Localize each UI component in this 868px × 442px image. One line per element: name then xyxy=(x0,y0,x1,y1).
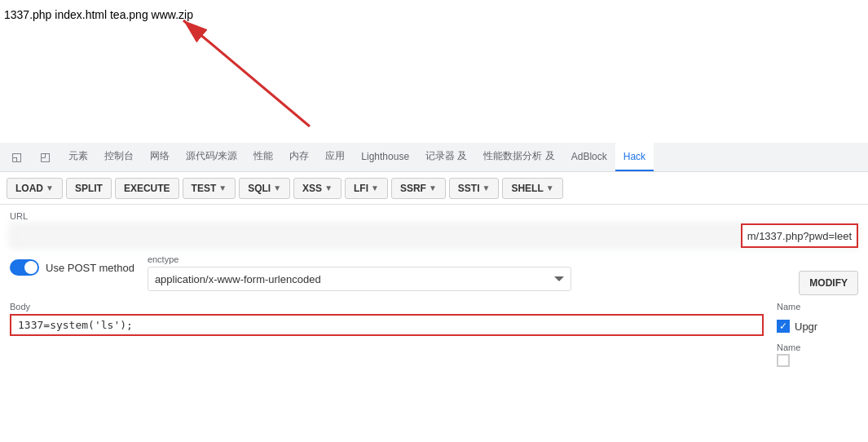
tab-hackbar[interactable]: Hack xyxy=(615,143,654,171)
lfi-dropdown-arrow: ▼ xyxy=(371,183,379,192)
tab-network[interactable]: 网络 xyxy=(142,143,178,171)
annotation-text: 1337.php index.html tea.png www.zip xyxy=(4,8,193,21)
load-dropdown-arrow: ▼ xyxy=(46,183,54,192)
devtools-tab-bar: ◱ ◰ 元素 控制台 网络 源代码/来源 性能 内存 应用 Lighthouse… xyxy=(0,143,868,172)
test-button[interactable]: TEST ▼ xyxy=(183,178,236,199)
name-text-1: Upgr xyxy=(795,320,817,333)
ssti-button[interactable]: SSTI ▼ xyxy=(449,178,500,199)
body-input[interactable]: 1337=system('ls'); xyxy=(10,314,764,336)
shell-dropdown-arrow: ▼ xyxy=(546,183,554,192)
tab-performance[interactable]: 性能 xyxy=(245,143,281,171)
tab-application[interactable]: 应用 xyxy=(317,143,353,171)
shell-button[interactable]: SHELL ▼ xyxy=(502,178,562,199)
arrow-annotation xyxy=(0,0,868,143)
ssrf-dropdown-arrow: ▼ xyxy=(429,183,437,192)
enctype-select[interactable]: application/x-www-form-urlencoded multip… xyxy=(148,267,571,291)
sqli-dropdown-arrow: ▼ xyxy=(273,183,281,192)
hackbar-toolbar: LOAD ▼ SPLIT EXECUTE TEST ▼ SQLI ▼ XSS ▼… xyxy=(0,172,868,205)
xss-dropdown-arrow: ▼ xyxy=(324,183,333,192)
enctype-label: enctype xyxy=(148,254,786,264)
svg-line-1 xyxy=(183,20,310,126)
devtools-icon-element[interactable]: ◰ xyxy=(32,143,59,171)
checkbox-1[interactable]: ✓ xyxy=(777,320,790,333)
post-method-row: Use POST method enctype application/x-ww… xyxy=(10,254,858,295)
lfi-button[interactable]: LFI ▼ xyxy=(345,178,388,199)
body-left: Body 1337=system('ls'); xyxy=(10,302,764,336)
sqli-button[interactable]: SQLI ▼ xyxy=(239,178,290,199)
files-label: 1337.php index.html tea.png www.zip xyxy=(4,8,193,21)
url-input[interactable] xyxy=(10,223,858,248)
execute-button[interactable]: EXECUTE xyxy=(115,178,179,199)
url-suffix-highlight: m/1337.php?pwd=leet xyxy=(741,223,858,248)
tab-elements[interactable]: 元素 xyxy=(60,143,96,171)
name-section: Name ✓ Upgr Name xyxy=(777,302,858,367)
toggle-group: Use POST method xyxy=(10,259,134,276)
tab-sources[interactable]: 源代码/来源 xyxy=(178,143,245,171)
tab-perf-insights[interactable]: 性能数据分析 及 xyxy=(475,143,562,171)
tab-console[interactable]: 控制台 xyxy=(96,143,142,171)
toggle-label: Use POST method xyxy=(46,262,134,274)
annotation-area: 1337.php index.html tea.png www.zip xyxy=(0,0,868,143)
checkbox-2[interactable] xyxy=(777,354,790,367)
name-row-1: ✓ Upgr xyxy=(777,320,858,333)
name-label: Name xyxy=(777,302,858,312)
tab-recorder[interactable]: 记录器 及 xyxy=(417,143,475,171)
body-label: Body xyxy=(10,302,764,312)
ssti-dropdown-arrow: ▼ xyxy=(482,183,491,192)
name-label-2: Name xyxy=(777,343,858,352)
url-section: URL m/1337.php?pwd=leet xyxy=(10,211,858,248)
modify-button[interactable]: MODIFY xyxy=(799,271,858,295)
split-button[interactable]: SPLIT xyxy=(66,178,112,199)
test-dropdown-arrow: ▼ xyxy=(218,183,227,192)
tab-adblock[interactable]: AdBlock xyxy=(563,143,615,171)
devtools-icon-cursor[interactable]: ◱ xyxy=(3,143,30,171)
ssrf-button[interactable]: SSRF ▼ xyxy=(391,178,446,199)
name-row-2 xyxy=(777,354,858,367)
xss-button[interactable]: XSS ▼ xyxy=(293,178,341,199)
url-label: URL xyxy=(10,211,858,221)
body-section: Body 1337=system('ls'); Name ✓ Upgr Name xyxy=(10,302,858,367)
post-method-toggle[interactable] xyxy=(10,259,39,276)
load-button[interactable]: LOAD ▼ xyxy=(7,178,63,199)
tab-memory[interactable]: 内存 xyxy=(281,143,317,171)
tab-lighthouse[interactable]: Lighthouse xyxy=(353,143,417,171)
url-input-wrapper: m/1337.php?pwd=leet xyxy=(10,223,858,248)
main-content: URL m/1337.php?pwd=leet Use POST method … xyxy=(0,205,868,442)
enctype-group: enctype application/x-www-form-urlencode… xyxy=(148,254,786,291)
